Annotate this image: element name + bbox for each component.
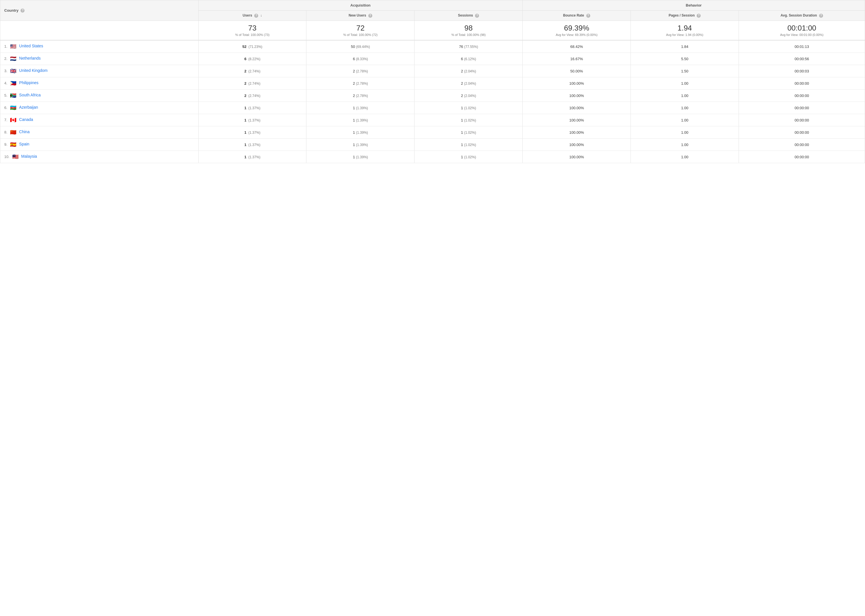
bounce-rate-cell: 16.67% — [523, 53, 631, 65]
pages-session-cell: 5.50 — [631, 53, 739, 65]
users-pct: (8.22%) — [247, 57, 260, 61]
sessions-cell: 2 (2.04%) — [415, 77, 523, 90]
country-link[interactable]: Canada — [19, 118, 33, 122]
users-cell: 2 (2.74%) — [198, 90, 307, 102]
users-cell: 1 (1.37%) — [198, 102, 307, 114]
row-rank: 3. — [4, 69, 8, 73]
sessions-cell: 2 (2.04%) — [415, 90, 523, 102]
total-avg-session: 00:01:00 — [743, 24, 861, 33]
table-row: 3. 🇬🇧 United Kingdom 2 (2.74%) 2 (2.78%)… — [0, 65, 865, 77]
sessions-cell: 2 (2.04%) — [415, 65, 523, 77]
sessions-help-icon[interactable]: ? — [475, 14, 479, 18]
country-link[interactable]: Netherlands — [19, 56, 41, 61]
users-cell: 1 (1.37%) — [198, 151, 307, 163]
total-bounce-rate-sub: Avg for View: 69.39% (0.00%) — [527, 33, 626, 37]
pages-session-help-icon[interactable]: ? — [697, 14, 701, 18]
new-users-cell: 1 (1.39%) — [307, 138, 415, 151]
pages-session-cell: 1.00 — [631, 138, 739, 151]
table-row: 6. 🇦🇿 Azerbaijan 1 (1.37%) 1 (1.39%) 1 (… — [0, 102, 865, 114]
table-row: 1. 🇺🇸 United States 52 (71.23%) 50 (69.4… — [0, 40, 865, 53]
country-flag: 🇨🇦 — [10, 117, 16, 123]
users-value: 2 — [244, 81, 246, 86]
country-cell: 7. 🇨🇦 Canada — [0, 114, 198, 126]
users-value: 1 — [244, 118, 246, 123]
country-link[interactable]: Spain — [19, 142, 29, 146]
bounce-rate-col-header: Bounce Rate — [563, 13, 584, 17]
avg-session-help-icon[interactable]: ? — [819, 14, 823, 18]
country-cell: 4. 🇵🇭 Philippines — [0, 77, 198, 90]
users-pct: (1.37%) — [247, 118, 260, 123]
new-users-cell: 1 (1.39%) — [307, 114, 415, 126]
country-flag: 🇪🇸 — [10, 141, 16, 148]
country-flag: 🇵🇭 — [10, 80, 16, 86]
users-pct: (1.37%) — [247, 155, 260, 159]
total-new-users-sub: % of Total: 100.00% (72) — [310, 33, 410, 37]
users-pct: (2.74%) — [247, 82, 260, 86]
country-link[interactable]: Philippines — [19, 81, 39, 85]
country-link[interactable]: Malaysia — [21, 154, 37, 159]
bounce-rate-help-icon[interactable]: ? — [586, 14, 590, 18]
avg-session-cell: 00:00:00 — [739, 90, 865, 102]
table-row: 5. 🇿🇦 South Africa 2 (2.74%) 2 (2.78%) 2… — [0, 90, 865, 102]
avg-session-cell: 00:00:00 — [739, 77, 865, 90]
country-cell: 6. 🇦🇿 Azerbaijan — [0, 102, 198, 114]
bounce-rate-cell: 100.00% — [523, 102, 631, 114]
country-cell: 10. 🇲🇾 Malaysia — [0, 151, 198, 163]
totals-row: 73 % of Total: 100.00% (73) 72 % of Tota… — [0, 20, 865, 40]
row-rank: 2. — [4, 57, 8, 61]
total-users: 73 — [203, 24, 302, 33]
sessions-cell: 6 (6.12%) — [415, 53, 523, 65]
avg-session-cell: 00:00:00 — [739, 138, 865, 151]
users-cell: 6 (8.22%) — [198, 53, 307, 65]
bounce-rate-cell: 100.00% — [523, 77, 631, 90]
users-cell: 2 (2.74%) — [198, 77, 307, 90]
new-users-help-icon[interactable]: ? — [368, 14, 372, 18]
avg-session-col-header: Avg. Session Duration — [780, 13, 817, 17]
country-link[interactable]: United Kingdom — [19, 68, 48, 73]
country-flag: 🇿🇦 — [10, 93, 16, 99]
country-flag: 🇦🇿 — [10, 105, 16, 111]
row-rank: 1. — [4, 44, 8, 49]
avg-session-cell: 00:00:00 — [739, 114, 865, 126]
new-users-cell: 1 (1.39%) — [307, 126, 415, 138]
sessions-cell: 1 (1.02%) — [415, 114, 523, 126]
new-users-cell: 6 (8.33%) — [307, 53, 415, 65]
new-users-cell: 1 (1.39%) — [307, 151, 415, 163]
country-cell: 5. 🇿🇦 South Africa — [0, 90, 198, 102]
country-link[interactable]: South Africa — [19, 93, 41, 97]
users-cell: 1 (1.37%) — [198, 114, 307, 126]
country-flag: 🇬🇧 — [10, 68, 16, 74]
behavior-group-label: Behavior — [686, 3, 702, 8]
users-help-icon[interactable]: ? — [254, 14, 258, 18]
avg-session-cell: 00:00:56 — [739, 53, 865, 65]
sessions-cell: 1 (1.02%) — [415, 151, 523, 163]
sessions-cell: 76 (77.55%) — [415, 40, 523, 53]
table-row: 9. 🇪🇸 Spain 1 (1.37%) 1 (1.39%) 1 (1.02%… — [0, 138, 865, 151]
country-link[interactable]: United States — [19, 44, 43, 49]
country-link[interactable]: Azerbaijan — [19, 105, 38, 110]
country-help-icon[interactable]: ? — [20, 9, 25, 13]
total-pages-session: 1.94 — [635, 24, 734, 33]
country-flag: 🇨🇳 — [10, 129, 16, 135]
country-header-label: Country — [4, 8, 19, 13]
bounce-rate-cell: 100.00% — [523, 138, 631, 151]
users-sort-icon[interactable]: ↓ — [261, 13, 262, 17]
users-pct: (1.37%) — [247, 143, 260, 147]
users-pct: (1.37%) — [247, 106, 260, 110]
bounce-rate-cell: 50.00% — [523, 65, 631, 77]
row-rank: 5. — [4, 93, 8, 97]
row-rank: 9. — [4, 142, 8, 146]
bounce-rate-cell: 100.00% — [523, 90, 631, 102]
country-link[interactable]: China — [19, 130, 30, 134]
total-avg-session-sub: Avg for View: 00:01:00 (0.00%) — [743, 33, 861, 37]
new-users-cell: 1 (1.39%) — [307, 102, 415, 114]
bounce-rate-cell: 68.42% — [523, 40, 631, 53]
pages-session-col-header: Pages / Session — [669, 13, 695, 17]
country-cell: 2. 🇳🇱 Netherlands — [0, 53, 198, 65]
avg-session-cell: 00:00:03 — [739, 65, 865, 77]
users-cell: 1 (1.37%) — [198, 126, 307, 138]
pages-session-cell: 1.00 — [631, 151, 739, 163]
users-cell: 2 (2.74%) — [198, 65, 307, 77]
users-col-header: Users — [243, 13, 252, 17]
total-sessions: 98 — [418, 24, 518, 33]
